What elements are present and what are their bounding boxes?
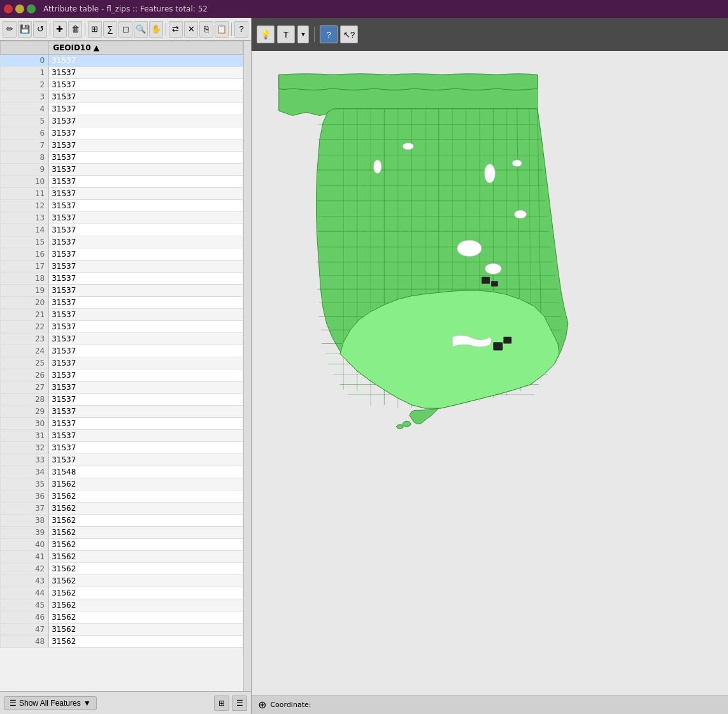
text-tool-dropdown[interactable]: ▼ [297,25,309,43]
table-row[interactable]: 4431562 [1,587,243,599]
geoid10-cell[interactable]: 31537 [49,248,243,261]
table-row[interactable]: 4331562 [1,575,243,587]
geoid10-cell[interactable]: 31537 [49,115,243,127]
table-row[interactable]: 431537 [1,103,243,115]
geoid10-cell[interactable]: 31562 [49,611,243,624]
geoid10-cell[interactable]: 31537 [49,382,243,394]
table-layout-button[interactable]: ⊞ [214,696,229,711]
table-row[interactable]: 231537 [1,79,243,91]
geoid10-cell[interactable]: 31537 [49,297,243,309]
minimize-button[interactable] [15,4,24,13]
add-feature-button[interactable]: ✚ [53,21,67,38]
geoid10-cell[interactable]: 31537 [49,309,243,321]
table-row[interactable]: 3231537 [1,442,243,454]
geoid10-cell[interactable]: 31562 [49,539,243,551]
geoid10-cell[interactable]: 31537 [49,103,243,115]
geoid10-cell[interactable]: 31537 [49,321,243,333]
table-row[interactable]: 3131537 [1,430,243,442]
geoid10-cell[interactable]: 31537 [49,139,243,152]
geoid10-cell[interactable]: 31562 [49,575,243,587]
table-row[interactable]: 731537 [1,139,243,152]
geoid10-cell[interactable]: 31537 [49,394,243,406]
geoid10-cell[interactable]: 31537 [49,55,243,67]
geoid10-cell[interactable]: 31562 [49,503,243,515]
geoid10-cell[interactable]: 31537 [49,454,243,466]
open-calc-button[interactable]: ∑ [103,21,117,38]
geoid10-cell[interactable]: 31537 [49,406,243,418]
reload-button[interactable]: ↺ [33,21,47,38]
map-area[interactable] [252,51,728,695]
table-row[interactable]: 1731537 [1,261,243,273]
edit-button[interactable]: ✏ [3,21,17,38]
close-button[interactable] [4,4,13,13]
geoid10-cell[interactable]: 31562 [49,527,243,539]
table-row[interactable]: 2931537 [1,406,243,418]
table-row[interactable]: 2031537 [1,297,243,309]
geoid10-cell[interactable]: 31537 [49,212,243,224]
lamp-button[interactable]: 💡 [257,25,275,43]
paste-button[interactable]: 📋 [215,21,229,38]
geoid10-cell[interactable]: 31537 [49,79,243,91]
invert-select-button[interactable]: ⇄ [169,21,183,38]
table-scrollbar[interactable] [243,41,251,691]
table-row[interactable]: 4531562 [1,599,243,611]
geoid10-cell[interactable]: 31562 [49,515,243,527]
geoid10-cell[interactable]: 31537 [49,430,243,442]
geoid10-cell[interactable]: 31537 [49,333,243,345]
table-row[interactable]: 3431548 [1,466,243,478]
table-row[interactable]: 2831537 [1,394,243,406]
geoid10-cell[interactable]: 31537 [49,273,243,285]
table-row[interactable]: 1131537 [1,188,243,200]
deselect-button[interactable]: ✕ [184,21,198,38]
geoid10-cell[interactable]: 31537 [49,357,243,369]
zoom-button[interactable]: 🔍 [134,21,148,38]
table-row[interactable]: 1631537 [1,248,243,261]
table-row[interactable]: 1931537 [1,285,243,297]
table-row[interactable]: 2531537 [1,357,243,369]
pan-button[interactable]: ✋ [149,21,163,38]
geoid10-cell[interactable]: 31537 [49,127,243,139]
geoid10-cell[interactable]: 31537 [49,67,243,79]
table-row[interactable]: 2231537 [1,321,243,333]
table-row[interactable]: 3731562 [1,503,243,515]
table-container[interactable]: GEOID10 ▲ 031537131537231537331537431537… [0,41,243,691]
table-row[interactable]: 331537 [1,91,243,103]
geoid10-header[interactable]: GEOID10 ▲ [49,41,243,55]
table-row[interactable]: 3031537 [1,418,243,430]
geoid10-cell[interactable]: 31537 [49,200,243,212]
table-row[interactable]: 2731537 [1,382,243,394]
copy-button[interactable]: ⎘ [199,21,213,38]
table-row[interactable]: 3531562 [1,478,243,490]
table-row[interactable]: 531537 [1,115,243,127]
geoid10-cell[interactable]: 31537 [49,261,243,273]
help-button[interactable]: ? [234,21,248,38]
geoid10-cell[interactable]: 31562 [49,490,243,503]
delete-feature-button[interactable]: 🗑 [68,21,82,38]
geoid10-cell[interactable]: 31537 [49,285,243,297]
table-row[interactable]: 2131537 [1,309,243,321]
table-row[interactable]: 1031537 [1,176,243,188]
geoid10-cell[interactable]: 31562 [49,587,243,599]
text-tool-button[interactable]: T [277,25,295,43]
table-row[interactable]: 1431537 [1,224,243,236]
geoid10-cell[interactable]: 31537 [49,152,243,164]
geoid10-cell[interactable]: 31537 [49,176,243,188]
form-view-button[interactable]: ☰ [232,696,247,711]
geoid10-cell[interactable]: 31562 [49,563,243,575]
table-row[interactable]: 4231562 [1,563,243,575]
table-row[interactable]: 2331537 [1,333,243,345]
table-row[interactable]: 931537 [1,164,243,176]
table-row[interactable]: 4831562 [1,636,243,648]
table-row[interactable]: 4031562 [1,539,243,551]
save-button[interactable]: 💾 [18,21,32,38]
table-row[interactable]: 3331537 [1,454,243,466]
table-row[interactable]: 131537 [1,67,243,79]
maximize-button[interactable] [27,4,36,13]
geoid10-cell[interactable]: 31537 [49,236,243,248]
geoid10-cell[interactable]: 31548 [49,466,243,478]
table-row[interactable]: 3631562 [1,490,243,503]
table-row[interactable]: 2631537 [1,369,243,382]
table-row[interactable]: 3931562 [1,527,243,539]
cursor-help-button[interactable]: ↖? [340,25,358,43]
geoid10-cell[interactable]: 31562 [49,624,243,636]
